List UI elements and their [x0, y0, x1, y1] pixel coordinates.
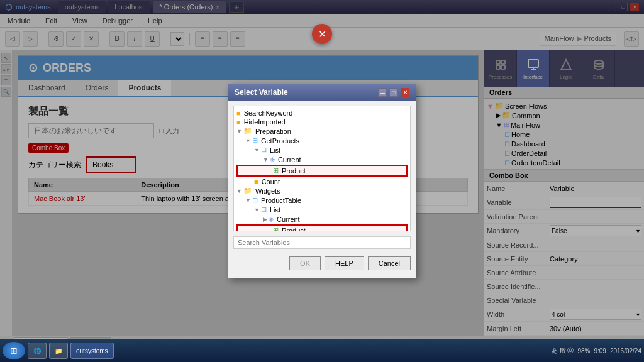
taskbar-time: 9:09: [594, 348, 606, 354]
dialog-tree-product2[interactable]: ⊞ Product: [236, 224, 408, 231]
cancel-button[interactable]: Cancel: [368, 256, 411, 270]
list-icon: ⊡: [261, 206, 267, 214]
folder-icon: 📁: [243, 187, 252, 195]
center-close-button[interactable]: ✕: [312, 24, 332, 44]
arrow-icon: ▶: [263, 216, 267, 222]
dialog-tree-count[interactable]: ■ Count: [236, 177, 408, 186]
search-variables-input[interactable]: [233, 236, 411, 249]
dialog-tree[interactable]: ■ SearchKeyword ■ HideImported ▼ 📁 Prepa…: [233, 106, 411, 231]
dialog-title-controls: — □ ✕: [378, 88, 409, 97]
dialog-tree-searchkw[interactable]: ■ SearchKeyword: [236, 109, 408, 118]
arrow-icon: ▼: [236, 188, 242, 194]
dialog-overlay: Select Variable — □ ✕ ■ SearchKeyword ■: [0, 0, 644, 362]
dialog-tree-product1[interactable]: ⊞ Product: [236, 165, 408, 177]
dialog-tree-producttable[interactable]: ▼ ⊡ ProductTable: [236, 195, 408, 205]
dialog-buttons: OK HELP Cancel: [233, 254, 411, 273]
dialog-title-bar: Select Variable — □ ✕: [228, 84, 416, 101]
dialog-maximize-button[interactable]: □: [389, 88, 398, 97]
arrow-icon: ▼: [245, 197, 251, 204]
arrow-icon: ▼: [245, 138, 251, 144]
help-button[interactable]: HELP: [325, 256, 364, 270]
dialog-close-button[interactable]: ✕: [401, 88, 409, 97]
taskbar-right: あ 般 ⓪ 98% 9:09 2016/02/24: [552, 346, 641, 355]
dialog-tree-list2[interactable]: ▼ ⊡ List: [236, 205, 408, 214]
var-icon: ■: [236, 109, 241, 117]
list-icon: ⊡: [261, 146, 267, 154]
arrow-icon: ▼: [254, 147, 260, 153]
dialog-tree-getproducts[interactable]: ▼ ⊞ GetProducts: [236, 136, 408, 145]
dialog-body: ■ SearchKeyword ■ HideImported ▼ 📁 Prepa…: [228, 101, 416, 278]
taskbar: ⊞ 🌐 📁 outsystems あ 般 ⓪ 98% 9:09 2016/02/…: [0, 339, 644, 362]
widget-icon: ⊡: [252, 196, 258, 204]
taskbar-app[interactable]: outsystems: [70, 343, 114, 359]
record-icon: ◈: [269, 215, 274, 223]
taskbar-ie[interactable]: 🌐: [28, 343, 47, 359]
arrow-icon: ▼: [263, 156, 269, 163]
dialog-tree-preparation[interactable]: ▼ 📁 Preparation: [236, 126, 408, 136]
var-icon: ■: [254, 178, 258, 185]
dialog-tree-current1[interactable]: ▼ ◈ Current: [236, 155, 408, 164]
start-button[interactable]: ⊞: [3, 342, 25, 359]
taskbar-icons: あ 般 ⓪: [552, 346, 574, 355]
arrow-icon: ▼: [254, 207, 260, 213]
dialog-tree-widgets[interactable]: ▼ 📁 Widgets: [236, 186, 408, 195]
select-variable-dialog: Select Variable — □ ✕ ■ SearchKeyword ■: [228, 84, 416, 278]
record-icon: ◈: [270, 155, 275, 163]
dialog-title-text: Select Variable: [235, 88, 288, 97]
dialog-tree-list1[interactable]: ▼ ⊡ List: [236, 145, 408, 155]
entity-icon: ⊞: [273, 226, 279, 231]
var-icon: ■: [236, 118, 241, 126]
taskbar-explorer[interactable]: 📁: [49, 343, 68, 359]
entity-icon: ⊞: [273, 167, 279, 175]
arrow-icon: ▼: [236, 128, 242, 134]
folder-icon: 📁: [243, 127, 252, 135]
query-icon: ⊞: [252, 136, 258, 145]
dialog-tree-current2[interactable]: ▶ ◈ Current: [236, 214, 408, 224]
battery-indicator: 98%: [577, 348, 590, 354]
dialog-minimize-button[interactable]: —: [378, 88, 387, 97]
taskbar-date: 2016/02/24: [610, 348, 641, 354]
dialog-tree-hideimported[interactable]: ■ HideImported: [236, 118, 408, 126]
ok-button[interactable]: OK: [289, 256, 321, 270]
